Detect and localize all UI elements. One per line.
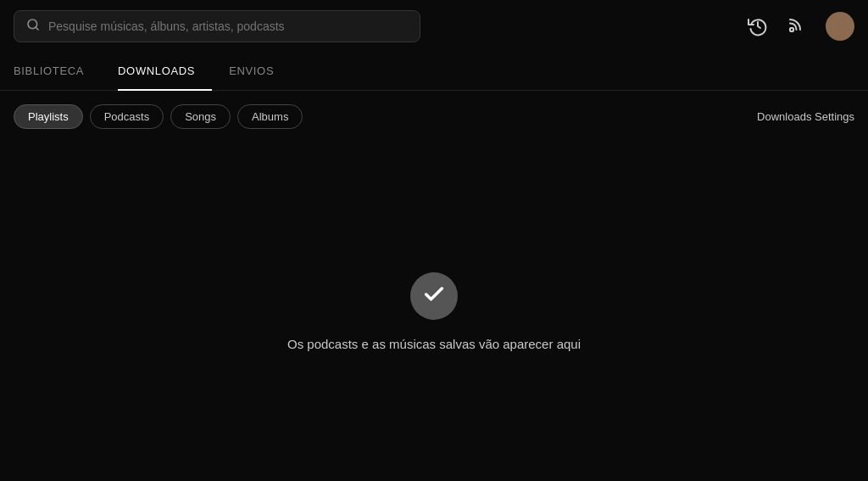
downloads-settings-button[interactable]: Downloads Settings xyxy=(757,110,854,123)
filter-songs[interactable]: Songs xyxy=(170,104,231,129)
history-icon xyxy=(748,16,768,36)
empty-state-text: Os podcasts e as músicas salvas vão apar… xyxy=(287,337,581,351)
search-container xyxy=(14,10,420,42)
top-bar xyxy=(0,0,868,53)
tab-downloads[interactable]: DOWNLOADS xyxy=(118,53,212,91)
filter-buttons: Playlists Podcasts Songs Albums xyxy=(14,104,303,129)
cast-icon xyxy=(788,16,809,36)
check-circle xyxy=(410,272,458,320)
filter-podcasts[interactable]: Podcasts xyxy=(90,104,164,129)
nav-tabs: BIBLIOTECA DOWNLOADS ENVIOS xyxy=(0,53,868,91)
search-input[interactable] xyxy=(48,20,408,33)
filter-albums[interactable]: Albums xyxy=(237,104,303,129)
avatar[interactable] xyxy=(826,12,854,41)
search-box[interactable] xyxy=(14,10,420,42)
history-button[interactable] xyxy=(744,13,771,40)
tab-envios[interactable]: ENVIOS xyxy=(229,53,291,91)
check-icon xyxy=(422,282,446,310)
search-icon xyxy=(26,18,40,35)
filter-playlists[interactable]: Playlists xyxy=(14,104,83,129)
svg-line-1 xyxy=(36,27,38,30)
filter-bar: Playlists Podcasts Songs Albums Download… xyxy=(0,91,868,137)
cast-button[interactable] xyxy=(785,13,812,40)
svg-rect-2 xyxy=(790,28,793,31)
top-icons xyxy=(744,12,854,41)
main-content: Os podcasts e as músicas salvas vão apar… xyxy=(0,137,868,481)
tab-biblioteca[interactable]: BIBLIOTECA xyxy=(14,53,101,91)
